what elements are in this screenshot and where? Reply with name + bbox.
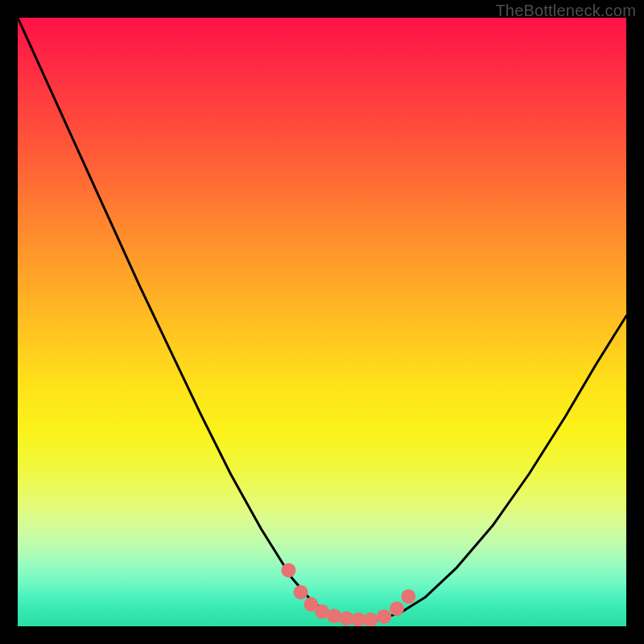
bottleneck-curve [18,18,626,626]
curve-marker [281,563,295,577]
curve-marker [294,585,308,600]
chart-frame: TheBottleneck.com [0,0,644,644]
watermark-text: TheBottleneck.com [495,2,636,20]
curve-marker [377,609,391,624]
curve-marker [401,589,415,604]
curve-line [18,18,626,620]
curve-marker [390,601,404,616]
curve-marker [327,609,341,623]
plot-area [18,18,626,626]
curve-marker [363,613,378,626]
